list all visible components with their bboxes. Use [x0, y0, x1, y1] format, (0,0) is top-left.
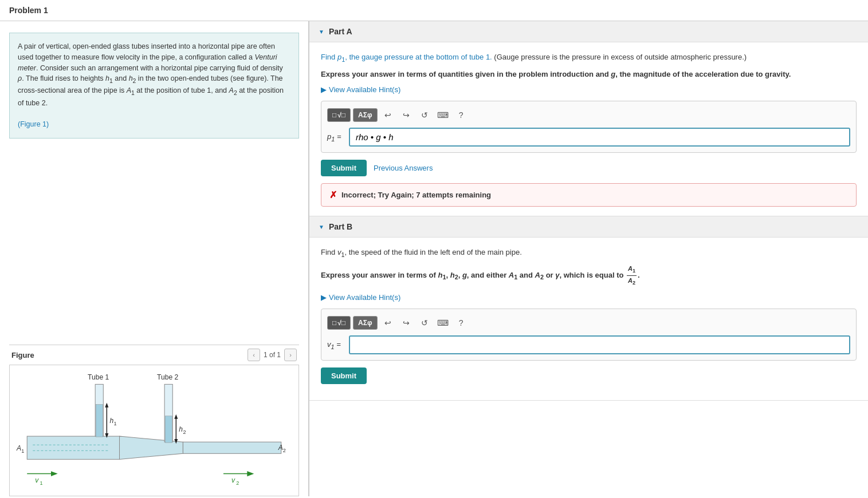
part-b-answer-box: □ √□ ΑΣφ ↩ ↪ ↺ — [321, 309, 857, 361]
symbols-btn-a[interactable]: ΑΣφ — [353, 108, 377, 122]
page-title: Problem 1 — [0, 0, 868, 21]
keyboard-btn-a[interactable]: ⌨ — [435, 107, 451, 123]
part-b-submit-label: Submit — [331, 371, 356, 380]
redo-btn-b[interactable]: ↪ — [398, 315, 414, 331]
part-a-instruction: Express your answer in terms of quantiti… — [321, 69, 857, 80]
undo-btn-b[interactable]: ↩ — [380, 315, 396, 331]
refresh-btn-a[interactable]: ↺ — [417, 107, 433, 123]
part-b-question: Find v1, the speed of the fluid in the l… — [321, 247, 857, 259]
keyboard-icon: ⌨ — [437, 110, 449, 120]
x-icon: ✗ — [329, 189, 337, 200]
help-icon: ? — [459, 110, 464, 120]
svg-rect-6 — [96, 405, 103, 437]
part-a-prev-answers-label: Previous Answers — [374, 164, 433, 172]
figure-page: 1 of 1 — [264, 351, 281, 359]
refresh-btn-b[interactable]: ↺ — [417, 315, 433, 331]
svg-marker-10 — [105, 403, 108, 408]
help-btn-b[interactable]: ? — [453, 315, 469, 331]
part-a-actions: Submit Previous Answers — [321, 160, 857, 176]
svg-text:2: 2 — [183, 429, 186, 435]
part-a-input[interactable] — [349, 128, 850, 147]
svg-text:v: v — [35, 476, 39, 484]
part-b-actions: Submit — [321, 367, 857, 384]
part-a-hint-link[interactable]: ▶ View Available Hint(s) — [321, 85, 857, 94]
svg-marker-1 — [120, 436, 183, 459]
part-a-answer-box: □ √□ ΑΣφ ↩ ↪ ↺ — [321, 101, 857, 153]
figure-section: Figure ‹ 1 of 1 › — [9, 345, 299, 496]
part-a-toolbar: □ √□ ΑΣφ ↩ ↪ ↺ — [327, 107, 850, 123]
symbols-btn-a-label: ΑΣφ — [358, 111, 372, 119]
part-b-toolbar: □ √□ ΑΣφ ↩ ↪ ↺ — [327, 315, 850, 331]
part-a-header: ▼ Part A — [309, 21, 868, 42]
svg-text:Tube 1: Tube 1 — [88, 373, 109, 381]
svg-text:2: 2 — [283, 448, 286, 453]
problem-title: Problem 1 — [9, 6, 48, 15]
right-panel: ▼ Part A Find p1, the gauge pressure at … — [309, 21, 868, 496]
matrix-btn-b[interactable]: □ √□ — [327, 316, 351, 330]
part-a-prev-answers-link[interactable]: Previous Answers — [374, 164, 433, 172]
keyboard-btn-b[interactable]: ⌨ — [435, 315, 451, 331]
svg-rect-0 — [27, 436, 119, 459]
figure-link[interactable]: (Figure 1) — [18, 120, 49, 128]
part-a-hint-label: View Available Hint(s) — [329, 85, 400, 94]
part-a-content: Find p1, the gauge pressure at the botto… — [309, 42, 868, 216]
svg-text:1: 1 — [113, 421, 116, 426]
part-b-header: ▼ Part B — [309, 216, 868, 238]
problem-description: A pair of vertical, open-ended glass tub… — [9, 33, 299, 139]
undo-btn-a[interactable]: ↩ — [380, 107, 396, 123]
part-a-incorrect-box: ✗ Incorrect; Try Again; 7 attempts remai… — [321, 183, 857, 207]
figure-canvas: h 1 h 2 Tube 1 Tube 2 A 1 A — [9, 365, 299, 496]
figure-nav: ‹ 1 of 1 › — [248, 349, 297, 361]
svg-rect-8 — [165, 416, 172, 442]
svg-text:h: h — [109, 417, 113, 425]
part-b-hint-label: View Available Hint(s) — [329, 293, 400, 302]
part-a-input-row: p1 = — [327, 128, 850, 147]
redo-btn-a[interactable]: ↪ — [398, 107, 414, 123]
part-b-content: Find v1, the speed of the fluid in the l… — [309, 238, 868, 400]
part-b-hint-link[interactable]: ▶ View Available Hint(s) — [321, 293, 857, 302]
redo-icon-b: ↪ — [403, 318, 410, 327]
part-b-section: ▼ Part B Find v1, the speed of the fluid… — [309, 216, 868, 401]
symbols-btn-b[interactable]: ΑΣφ — [353, 316, 377, 330]
part-a-submit-btn[interactable]: Submit — [321, 160, 367, 176]
part-b-submit-btn[interactable]: Submit — [321, 367, 367, 384]
help-btn-a[interactable]: ? — [453, 107, 469, 123]
keyboard-icon-b: ⌨ — [437, 318, 449, 327]
fraction: A1 A2 — [627, 264, 637, 287]
part-b-input[interactable] — [349, 335, 850, 354]
svg-text:A: A — [278, 444, 283, 452]
part-b-instruction: Express your answer in terms of h1, h2, … — [321, 264, 857, 287]
svg-text:v: v — [231, 476, 235, 484]
svg-text:A: A — [16, 444, 21, 452]
refresh-icon: ↺ — [421, 110, 428, 120]
refresh-icon-b: ↺ — [421, 318, 428, 327]
part-b-toggle[interactable]: ▼ — [319, 224, 324, 230]
part-b-input-row: v1 = — [327, 335, 850, 354]
part-a-label: Part A — [329, 27, 352, 36]
chevron-right-icon: › — [289, 351, 292, 358]
svg-marker-15 — [174, 414, 178, 419]
part-a-var-label: p1 = — [327, 132, 344, 143]
redo-icon: ↪ — [403, 110, 410, 120]
svg-text:2: 2 — [236, 480, 239, 486]
svg-text:h: h — [179, 425, 183, 433]
venturi-meter-term: Venturi meter — [18, 53, 277, 72]
part-a-toggle[interactable]: ▼ — [319, 29, 324, 35]
figure-prev-btn[interactable]: ‹ — [248, 349, 260, 361]
part-a-question-highlight: Find p1, the gauge pressure at the botto… — [321, 53, 492, 61]
figure-next-btn[interactable]: › — [284, 349, 297, 361]
part-a-section: ▼ Part A Find p1, the gauge pressure at … — [309, 21, 868, 216]
svg-text:1: 1 — [40, 480, 42, 486]
description-text: A pair of vertical, open-ended glass tub… — [18, 42, 284, 107]
hint-arrow-icon: ▶ — [321, 85, 327, 94]
hint-arrow-icon-b: ▶ — [321, 293, 327, 302]
figure-title: Figure — [11, 351, 34, 359]
part-b-var-label: v1 = — [327, 340, 344, 350]
figure-svg: h 1 h 2 Tube 1 Tube 2 A 1 A — [10, 365, 299, 496]
part-b-label: Part B — [329, 222, 352, 231]
part-a-incorrect-text: Incorrect; Try Again; 7 attempts remaini… — [341, 191, 491, 199]
left-panel: A pair of vertical, open-ended glass tub… — [0, 21, 309, 496]
matrix-btn-a[interactable]: □ √□ — [327, 108, 351, 122]
undo-icon: ↩ — [384, 110, 391, 120]
figure-header: Figure ‹ 1 of 1 › — [9, 345, 299, 365]
